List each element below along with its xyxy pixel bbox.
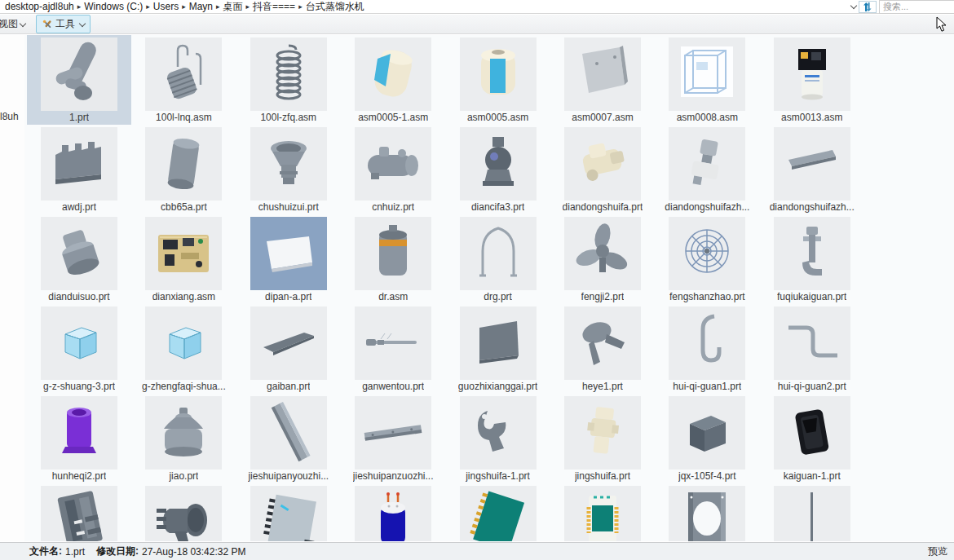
breadcrumb-segment[interactable]: 抖音====: [250, 0, 298, 14]
file-thumbnail: [564, 37, 641, 111]
file-tile[interactable]: jieshuipanzuozhi...: [341, 394, 445, 483]
file-tile[interactable]: dianduisuo.prt: [27, 214, 131, 304]
chevron-down-icon: [79, 20, 86, 26]
file-tile[interactable]: hui-qi-guan1.prt: [655, 304, 759, 394]
pipe-angled-icon: [41, 37, 117, 111]
filename-label: 文件名:: [29, 545, 62, 558]
file-tile[interactable]: g-zhengfaqi-shua...: [131, 304, 236, 394]
file-name: cnhuiz.prt: [372, 201, 414, 213]
file-tile[interactable]: diancifa3.prt: [446, 125, 550, 214]
module-teal-icon: [564, 486, 641, 541]
file-thumbnail: [145, 37, 222, 111]
file-thumbnail: [669, 37, 745, 111]
file-tile[interactable]: diandongshuifazh...: [760, 125, 864, 214]
pcb-teal-icon: [460, 486, 537, 541]
file-name: fengji2.prt: [581, 291, 625, 302]
file-tile[interactable]: fengji2.prt: [550, 214, 655, 304]
breadcrumb-segment[interactable]: Mayn: [187, 1, 215, 12]
file-tile[interactable]: awdj.prt: [27, 125, 131, 214]
file-tile[interactable]: [131, 483, 236, 541]
file-tile[interactable]: asm0005-1.asm: [341, 35, 445, 125]
breadcrumb-segment[interactable]: desktop-ajdl8uh: [2, 1, 77, 12]
breadcrumb-segment[interactable]: 桌面: [221, 0, 245, 14]
file-name: asm0008.asm: [677, 112, 738, 123]
file-thumbnail: [41, 37, 117, 111]
file-tile[interactable]: 100l-lnq.asm: [131, 35, 236, 125]
drum-blue-front-icon: [460, 37, 537, 111]
file-tile[interactable]: [341, 483, 445, 541]
breadcrumb-segment[interactable]: Windows (C:): [82, 1, 145, 12]
file-tile[interactable]: fuqiukaiguan.prt: [760, 214, 864, 304]
file-tile[interactable]: [27, 483, 131, 541]
file-tile[interactable]: diandongshuifa.prt: [550, 125, 655, 214]
breadcrumb-segment[interactable]: Users: [151, 1, 181, 12]
file-tile[interactable]: jingshuifa-1.prt: [446, 394, 550, 483]
file-tile[interactable]: cbb65a.prt: [131, 125, 236, 214]
file-thumbnail: [564, 306, 641, 380]
file-tile[interactable]: dipan-a.prt: [236, 214, 341, 304]
file-tile[interactable]: g-z-shuang-3.prt: [27, 304, 131, 394]
file-tile[interactable]: guozhixianggai.prt: [446, 304, 550, 394]
file-tile[interactable]: [550, 483, 655, 541]
file-tile[interactable]: gaiban.prt: [236, 304, 341, 394]
file-tile[interactable]: kaiguan-1.prt: [760, 394, 864, 483]
knob-icon: [41, 217, 117, 290]
file-tile[interactable]: asm0005.asm: [446, 35, 550, 125]
file-tile[interactable]: [655, 483, 759, 541]
file-name: dianxiang.asm: [152, 291, 215, 302]
address-dropdown-button[interactable]: [846, 1, 859, 13]
file-name: asm0005.asm: [467, 112, 528, 123]
file-name: fengshanzhao.prt: [669, 291, 745, 302]
file-tile[interactable]: [760, 483, 864, 541]
breadcrumb: desktop-ajdl8uh▸Windows (C:)▸Users▸Mayn▸…: [2, 0, 367, 14]
file-tile[interactable]: hunheqi2.prt: [27, 394, 131, 483]
file-tile[interactable]: jiao.prt: [131, 394, 236, 483]
rod-elbow-icon: [774, 217, 850, 290]
view-menu-button[interactable]: 视图: [0, 15, 29, 33]
file-tile[interactable]: hui-qi-guan2.prt: [760, 304, 864, 394]
file-thumbnail: [774, 396, 850, 470]
preview-toggle[interactable]: 预览: [928, 545, 947, 558]
file-name: kaiguan-1.prt: [784, 470, 841, 482]
file-tile[interactable]: jqx-105f-4.prt: [655, 394, 759, 483]
file-tile[interactable]: chushuizui.prt: [236, 125, 341, 214]
file-tile[interactable]: jieshuipanyouzhi...: [236, 394, 341, 483]
modified-date-label: 修改日期:: [96, 545, 139, 558]
refresh-button[interactable]: [859, 1, 877, 13]
file-thumbnail: [41, 396, 117, 470]
file-tile[interactable]: [446, 483, 550, 541]
file-tile[interactable]: ganwentou.prt: [341, 304, 445, 394]
file-tile[interactable]: jingshuifa.prt: [550, 394, 655, 483]
pcb-module-icon: [250, 486, 327, 541]
file-tile[interactable]: dianxiang.asm: [131, 214, 236, 304]
relay-box-icon: [669, 396, 745, 470]
valve-dark-icon: [460, 127, 537, 201]
panel-dark-thin-icon: [250, 306, 327, 380]
tools-menu-button[interactable]: 工具: [36, 15, 91, 33]
file-thumbnail: [41, 217, 117, 290]
file-name: jqx-105f-4.prt: [678, 470, 736, 482]
arch-wire-icon: [460, 217, 537, 290]
file-tile[interactable]: 100l-zfq.asm: [236, 35, 341, 125]
file-tile[interactable]: dr.asm: [341, 214, 445, 304]
file-tile[interactable]: asm0013.asm: [760, 35, 864, 125]
file-tile[interactable]: cnhuiz.prt: [341, 125, 445, 214]
file-tile[interactable]: asm0008.asm: [655, 35, 759, 125]
file-grid: 1.prt100l-lnq.asm100l-zfq.asmasm0005-1.a…: [24, 35, 954, 541]
coil-wire-icon: [145, 37, 222, 111]
file-tile[interactable]: diandongshuifazh...: [655, 125, 759, 214]
file-thumbnail: [564, 217, 641, 290]
breadcrumb-segment[interactable]: 台式蒸馏水机: [303, 0, 367, 14]
tree-item-partial[interactable]: l8uh: [0, 111, 19, 122]
file-thumbnail: [669, 217, 745, 290]
mouse-cursor-icon: [936, 16, 947, 33]
file-tile[interactable]: [236, 483, 341, 541]
file-name: jingshuifa.prt: [575, 470, 630, 482]
file-tile[interactable]: heye1.prt: [550, 304, 655, 394]
file-tile[interactable]: fengshanzhao.prt: [655, 214, 759, 304]
search-input[interactable]: [879, 0, 954, 14]
valve-tan-icon: [564, 127, 641, 201]
file-tile[interactable]: 1.prt: [27, 35, 131, 125]
file-tile[interactable]: drg.prt: [446, 214, 550, 304]
file-tile[interactable]: asm0007.asm: [550, 35, 655, 125]
